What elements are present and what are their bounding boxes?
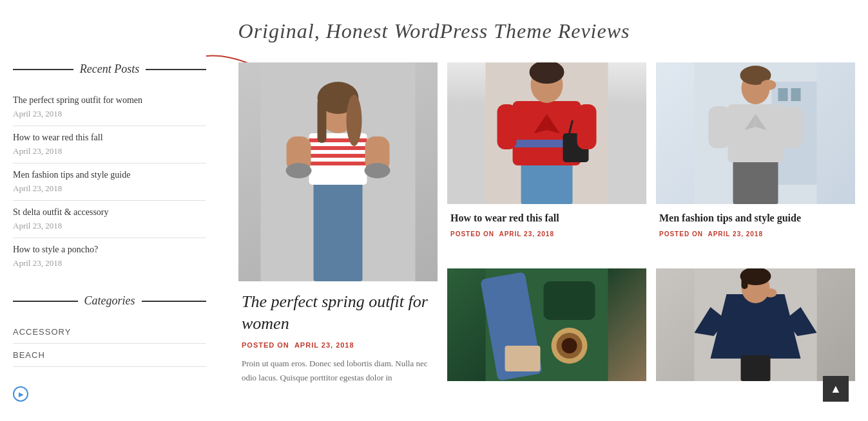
categories-section: Categories ACCESSORY BEACH xyxy=(13,294,206,367)
recent-posts-heading: Recent Posts xyxy=(13,62,206,76)
men-style-card-content: Men fashion tips and style guide POSTED … xyxy=(656,204,855,245)
sidebar: Recent Posts The perfect spring outfit f… xyxy=(13,62,219,367)
list-item: How to style a poncho? April 23, 2018 xyxy=(13,238,206,275)
svg-rect-30 xyxy=(778,88,788,101)
featured-post-image xyxy=(238,62,438,281)
posted-label: POSTED ON xyxy=(450,230,494,238)
featured-post-title[interactable]: The perfect spring outfit for women xyxy=(242,291,434,335)
red-coat-card-date: POSTED ON APRIL 23, 2018 xyxy=(450,230,643,238)
list-item[interactable]: ACCESSORY xyxy=(13,321,206,344)
content-grid: The perfect spring outfit for women POST… xyxy=(238,62,855,395)
list-item: St delta outfit & accessory April 23, 20… xyxy=(13,201,206,238)
date-value: APRIL 23, 2018 xyxy=(708,230,763,238)
svg-rect-14 xyxy=(318,98,327,143)
svg-rect-33 xyxy=(728,104,784,162)
svg-rect-25 xyxy=(577,104,597,149)
svg-rect-37 xyxy=(781,106,803,148)
play-icon[interactable] xyxy=(13,386,28,401)
svg-rect-53 xyxy=(741,355,771,381)
post-link[interactable]: How to wear red this fall xyxy=(13,133,206,143)
list-item: How to wear red this fall April 23, 2018 xyxy=(13,126,206,164)
svg-rect-24 xyxy=(497,104,517,149)
red-coat-card-title[interactable]: How to wear red this fall xyxy=(450,212,643,225)
post-date: April 23, 2018 xyxy=(13,146,62,156)
featured-post-content: The perfect spring outfit for women POST… xyxy=(238,281,438,395)
svg-rect-7 xyxy=(309,162,367,165)
content-area: The perfect spring outfit for women POST… xyxy=(238,62,855,395)
poncho-image xyxy=(656,268,855,381)
site-title: Original, Honest WordPress Theme Reviews xyxy=(13,6,855,62)
post-date: April 23, 2018 xyxy=(13,109,62,118)
svg-rect-31 xyxy=(791,88,801,101)
back-to-top-button[interactable]: ▲ xyxy=(823,376,849,401)
svg-point-40 xyxy=(761,80,776,90)
green-items-image xyxy=(447,268,646,381)
featured-post-date: POSTED ON APRIL 23, 2018 xyxy=(242,341,434,349)
svg-rect-2 xyxy=(314,178,363,281)
back-to-top-icon: ▲ xyxy=(830,382,842,396)
svg-rect-5 xyxy=(309,146,367,150)
red-coat-card: How to wear red this fall POSTED ON APRI… xyxy=(447,62,646,259)
men-style-card: Men fashion tips and style guide POSTED … xyxy=(656,62,855,259)
red-coat-card-content: How to wear red this fall POSTED ON APRI… xyxy=(447,204,646,245)
svg-rect-6 xyxy=(309,154,367,158)
post-link[interactable]: How to style a poncho? xyxy=(13,245,206,255)
list-item[interactable]: BEACH xyxy=(13,344,206,367)
svg-point-10 xyxy=(286,163,312,178)
svg-rect-47 xyxy=(505,346,541,371)
svg-rect-43 xyxy=(544,281,595,320)
svg-point-46 xyxy=(562,338,577,353)
svg-rect-56 xyxy=(742,276,748,289)
green-items-card xyxy=(447,268,646,395)
svg-point-15 xyxy=(347,95,362,146)
men-style-image xyxy=(656,62,855,204)
post-link[interactable]: The perfect spring outfit for women xyxy=(13,95,206,106)
men-style-card-title[interactable]: Men fashion tips and style guide xyxy=(659,212,852,225)
posted-label: POSTED ON xyxy=(242,341,289,349)
recent-posts-section: Recent Posts The perfect spring outfit f… xyxy=(13,62,206,275)
svg-rect-36 xyxy=(709,106,731,148)
men-style-card-date: POSTED ON APRIL 23, 2018 xyxy=(659,230,852,238)
post-link[interactable]: St delta outfit & accessory xyxy=(13,207,206,218)
post-date: April 23, 2018 xyxy=(13,183,62,193)
svg-point-57 xyxy=(764,288,777,297)
post-date: April 23, 2018 xyxy=(13,221,62,230)
date-value: APRIL 23, 2018 xyxy=(499,230,554,238)
posted-label: POSTED ON xyxy=(659,230,703,238)
date-value: APRIL 23, 2018 xyxy=(294,341,354,349)
categories-heading: Categories xyxy=(13,294,206,308)
featured-post-card: The perfect spring outfit for women POST… xyxy=(238,62,438,395)
list-item: Men fashion tips and style guide April 2… xyxy=(13,164,206,201)
post-link[interactable]: Men fashion tips and style guide xyxy=(13,170,206,180)
post-date: April 23, 2018 xyxy=(13,258,62,268)
red-coat-image xyxy=(447,62,646,204)
featured-post-excerpt: Proin ut quam eros. Donec sed lobortis d… xyxy=(242,357,434,385)
svg-point-11 xyxy=(365,163,391,178)
recent-posts-list: The perfect spring outfit for women Apri… xyxy=(13,89,206,275)
list-item: The perfect spring outfit for women Apri… xyxy=(13,89,206,126)
